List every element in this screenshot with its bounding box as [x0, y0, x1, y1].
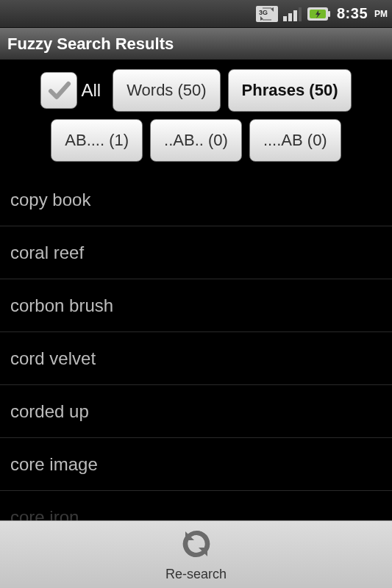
bottom-menu: Re-search: [0, 520, 392, 588]
list-item[interactable]: core image: [0, 438, 392, 491]
svg-rect-3: [288, 13, 292, 21]
battery-icon: [306, 6, 331, 22]
signal-bars-icon: [282, 6, 302, 22]
status-ampm: PM: [374, 9, 388, 19]
results-list: copy book coral reef corbon brush cord v…: [0, 173, 392, 544]
title-bar: Fuzzy Search Results: [0, 28, 392, 60]
filter-infix-button[interactable]: ..AB.. (0): [150, 119, 242, 162]
research-label: Re-search: [165, 567, 227, 582]
list-item[interactable]: coral reef: [0, 226, 392, 279]
status-bar: 3G 8:35 PM: [0, 0, 392, 28]
list-item[interactable]: corbon brush: [0, 279, 392, 332]
list-item[interactable]: cord velvet: [0, 332, 392, 385]
refresh-icon: [179, 527, 213, 564]
filter-prefix-button[interactable]: AB.... (1): [51, 119, 143, 162]
svg-rect-4: [293, 10, 297, 21]
status-time: 8:35: [337, 5, 368, 22]
page-title: Fuzzy Search Results: [7, 35, 174, 54]
all-checkbox[interactable]: [40, 72, 77, 109]
filter-phrases-button[interactable]: Phrases (50): [228, 69, 352, 112]
network-3g-icon: 3G: [256, 6, 278, 22]
all-label: All: [82, 80, 101, 101]
research-button[interactable]: Re-search: [165, 527, 227, 582]
filter-words-button[interactable]: Words (50): [113, 69, 220, 112]
list-item[interactable]: copy book: [0, 173, 392, 226]
filter-panel: All Words (50) Phrases (50) AB.... (1) .…: [0, 60, 392, 173]
svg-text:3G: 3G: [259, 9, 268, 16]
svg-rect-2: [283, 16, 287, 21]
filter-suffix-button[interactable]: ....AB (0): [249, 119, 341, 162]
svg-rect-7: [328, 11, 330, 17]
list-item[interactable]: corded up: [0, 385, 392, 438]
svg-rect-5: [299, 7, 302, 21]
